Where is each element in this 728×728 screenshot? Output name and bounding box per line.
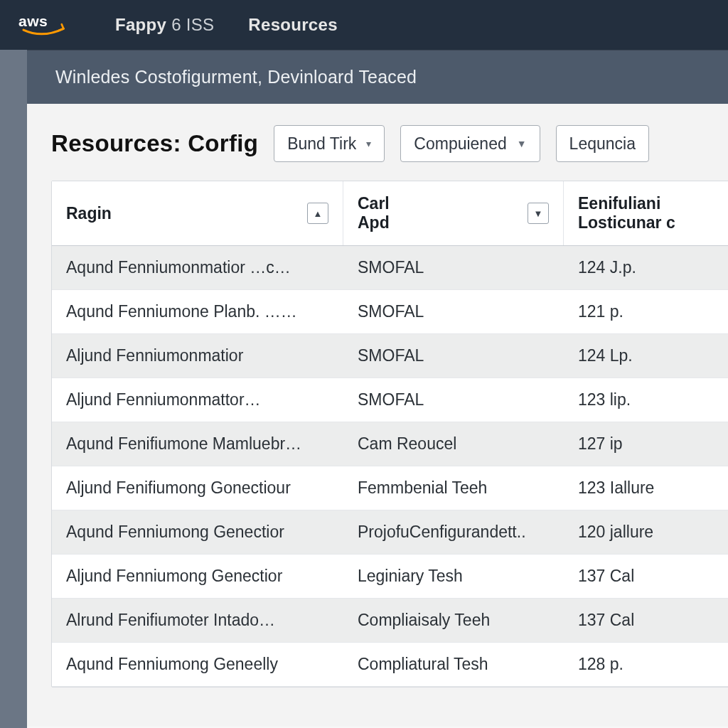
table-row[interactable]: Aljund Fenniumonmattor…SMOFAL123 lip. [52,378,728,422]
title-bar: Resources: Corfig Bund Tirk ▾ Compuiened… [51,125,728,162]
table-cell: 120 jallure [564,510,728,554]
table-body: Aqund Fenniumonmatior …c…SMOFAL124 J.p.A… [52,246,728,687]
table-cell: Aljund Fenniumong Genectior [52,555,343,598]
page-title-b: Corfig [188,130,258,156]
table-cell: SMOFAL [343,246,564,289]
chevron-down-icon: ▾ [366,138,371,149]
table-cell: Aqund Fenniumong Geneelly [52,643,343,686]
table-cell: SMOFAL [343,378,564,422]
table-cell: 123 lip. [564,378,728,422]
nav-item-resources[interactable]: Resources [248,15,337,35]
sort-desc-icon[interactable]: ▼ [528,203,549,224]
table-cell: 137 Cal [564,599,728,642]
table-cell: Aljund Fenniumonmatior [52,334,343,378]
filter-label: Bund Tirk [287,134,356,154]
page-title: Resources: Corfig [51,130,258,157]
table-row[interactable]: Aqund Fenniumonmatior …c…SMOFAL124 J.p. [52,246,728,290]
table-row[interactable]: Aqund Fenniumone Planb. ……SMOFAL121 p. [52,290,728,334]
table-cell: 127 ip [564,422,728,466]
resources-table: Ragin ▲ Carl Apd ▼ Eenifuliani Losticuna… [51,181,728,687]
svg-text:aws: aws [18,13,48,29]
table-cell: 137 Cal [564,555,728,598]
sort-asc-icon[interactable]: ▲ [307,203,328,224]
nav-item-fappy-main: Fappy [115,15,166,34]
table-cell: Aljund Fenniumonmattor… [52,378,343,422]
filter-label: Lequncia [569,134,636,154]
column-header-label: Ragin [66,204,112,223]
filter-compuiened[interactable]: Compuiened ▼ [400,125,540,162]
table-row[interactable]: Aqund Fenifiumone Mamluebr…Cam Reoucel12… [52,422,728,466]
table-cell: SMOFAL [343,334,564,378]
table-row[interactable]: Aljund Fenniumong GenectiorLeginiary Tes… [52,555,728,599]
breadcrumb: Winledes Costofigurment, Devinloard Teac… [27,50,728,104]
column-header-eenifuliani[interactable]: Eenifuliani Losticunar c [564,181,728,245]
chevron-down-icon: ▼ [517,138,527,149]
column-header-ragin[interactable]: Ragin ▲ [52,181,343,245]
table-cell: Leginiary Tesh [343,555,564,598]
table-cell: Aqund Fenifiumone Mamluebr… [52,422,343,466]
table-row[interactable]: Aljund FenniumonmatiorSMOFAL124 Lp. [52,334,728,378]
table-cell: 123 Iallure [564,466,728,510]
table-cell: Aqund Fenniumone Planb. …… [52,290,343,333]
table-cell: Compliatural Tesh [343,643,564,686]
page-title-a: Resources: [51,130,181,156]
table-row[interactable]: Aqund Fenniumong GenectiorProjofuCenfigu… [52,510,728,555]
table-cell: Alrund Fenifiumoter Intado… [52,599,343,642]
left-gutter[interactable] [0,50,27,728]
table-cell: Aljund Fenifiumong Gonectiour [52,466,343,510]
table-cell: 124 Lp. [564,334,728,378]
table-cell: Aqund Fenniumonmatior …c… [52,246,343,289]
column-header-label: Carl Apd [358,194,390,232]
main-content: Resources: Corfig Bund Tirk ▾ Compuiened… [27,104,728,727]
table-cell: Femmbenial Teeh [343,466,564,510]
table-cell: Aqund Fenniumong Genectior [52,510,343,554]
table-cell: Compliaisaly Teeh [343,599,564,642]
table-cell: 124 J.p. [564,246,728,289]
table-row[interactable]: Aqund Fenniumong GeneellyCompliatural Te… [52,643,728,687]
filter-label: Compuiened [414,134,506,154]
column-header-label: Eenifuliani Losticunar c [578,194,675,232]
filter-bund-tirk[interactable]: Bund Tirk ▾ [274,125,385,162]
aws-logo[interactable]: aws [18,11,81,39]
nav-item-fappy[interactable]: Fappy 6 ISS [115,15,214,35]
table-row[interactable]: Alrund Fenifiumoter Intado…Compliaisaly … [52,599,728,643]
table-cell: ProjofuCenfigurandett.. [343,510,564,554]
filter-lequncia[interactable]: Lequncia [556,125,649,162]
table-cell: Cam Reoucel [343,422,564,466]
table-cell: SMOFAL [343,290,564,333]
table-cell: 128 p. [564,643,728,686]
nav-item-fappy-sub: 6 ISS [171,15,214,34]
aws-logo-icon: aws [18,11,81,39]
table-row[interactable]: Aljund Fenifiumong GonectiourFemmbenial … [52,466,728,510]
table-header: Ragin ▲ Carl Apd ▼ Eenifuliani Losticuna… [52,181,728,246]
table-cell: 121 p. [564,290,728,333]
column-header-carl-apd[interactable]: Carl Apd ▼ [343,181,564,245]
top-nav: aws Fappy 6 ISS Resources [0,0,728,50]
